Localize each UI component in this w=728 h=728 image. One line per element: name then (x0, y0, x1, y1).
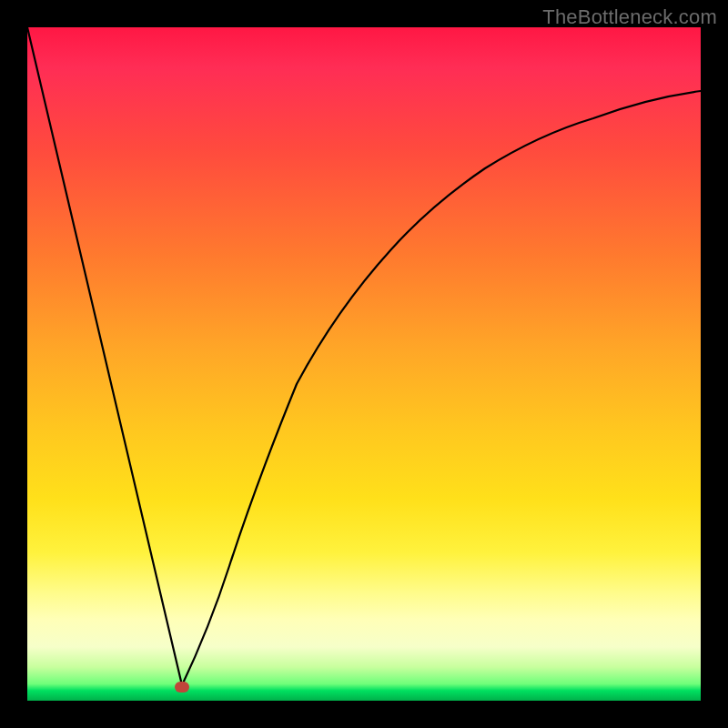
curve-left-segment (27, 27, 182, 685)
watermark-text: TheBottleneck.com (542, 5, 717, 29)
curve-right-segment (182, 91, 701, 685)
chart-frame: TheBottleneck.com (0, 0, 728, 728)
bottleneck-curve (27, 27, 701, 701)
minimum-marker (175, 682, 189, 693)
plot-area (27, 27, 701, 701)
